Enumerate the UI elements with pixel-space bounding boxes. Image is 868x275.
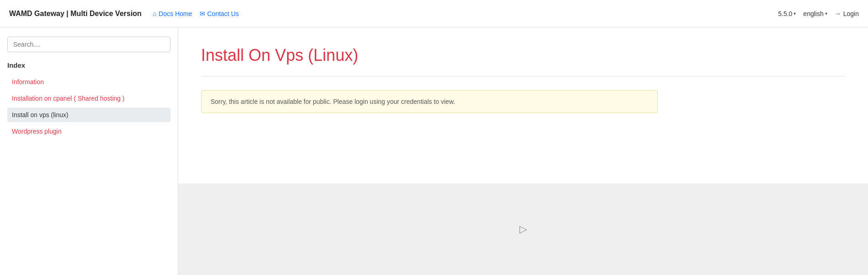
login-link[interactable]: → Login (835, 10, 859, 17)
content-wrapper: Install On Vps (Linux) Sorry, this artic… (178, 27, 868, 275)
navbar-links: ⌂ Docs Home ✉ Contact Us (153, 10, 239, 17)
sidebar-item-installation-cpanel[interactable]: Installation on cpanel ( Shared hosting … (7, 91, 170, 106)
version-dropdown[interactable]: 5.5.0 ▾ (778, 10, 796, 17)
sidebar-item-wordpress-plugin[interactable]: Wordpress plugin (7, 124, 170, 139)
sidebar-index-label: Index (7, 61, 170, 69)
navbar-right: 5.5.0 ▾ english ▾ → Login (778, 10, 859, 17)
login-icon: → (835, 10, 841, 17)
docs-home-link[interactable]: ⌂ Docs Home (153, 10, 192, 17)
cursor-icon: ▷ (519, 223, 527, 235)
email-icon: ✉ (200, 10, 205, 17)
sidebar-nav: Information Installation on cpanel ( Sha… (7, 75, 170, 139)
language-caret-icon: ▾ (825, 11, 827, 16)
sidebar-item-information[interactable]: Information (7, 75, 170, 89)
footer-section: ▷ (178, 183, 868, 275)
sidebar: Index Information Installation on cpanel… (0, 27, 178, 275)
language-dropdown[interactable]: english ▾ (803, 10, 827, 17)
version-caret-icon: ▾ (794, 11, 796, 16)
sidebar-item-install-vps[interactable]: Install on vps (linux) (7, 108, 170, 122)
alert-warning: Sorry, this article is not available for… (201, 90, 658, 113)
content-area: Install On Vps (Linux) Sorry, this artic… (178, 27, 868, 183)
contact-us-link[interactable]: ✉ Contact Us (200, 10, 239, 17)
search-input[interactable] (7, 37, 170, 52)
navbar-brand: WAMD Gateway | Multi Device Version (9, 10, 142, 18)
navbar: WAMD Gateway | Multi Device Version ⌂ Do… (0, 0, 868, 27)
divider (201, 76, 845, 76)
home-icon: ⌂ (153, 10, 156, 17)
main-layout: Index Information Installation on cpanel… (0, 27, 868, 275)
page-title: Install On Vps (Linux) (201, 46, 845, 65)
